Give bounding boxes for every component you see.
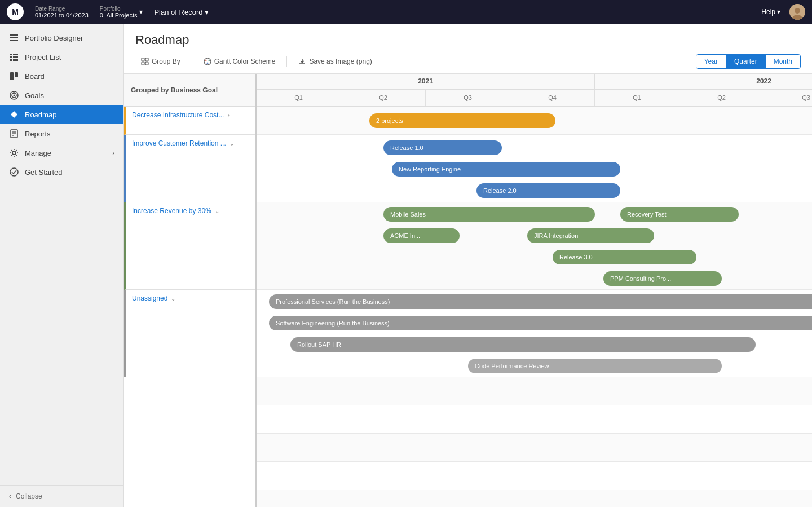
timeline-quarters: Q1 Q2 Q3 Q4 Q1 Q2 Q3 Q4 Q1: [257, 90, 812, 106]
group-label-improve-retention: Improve Customer Retention ...: [132, 139, 226, 147]
svg-rect-10: [10, 59, 12, 61]
doc-icon: [9, 129, 19, 139]
gantt-color-button[interactable]: Gantt Color Scheme: [198, 55, 281, 68]
sidebar-item-manage[interactable]: Manage ›: [0, 143, 123, 162]
bar-release-1[interactable]: Release 1.0: [383, 140, 502, 155]
sidebar-item-reports[interactable]: Reports: [0, 124, 123, 143]
toolbar: Group By Gantt Color Scheme Save as Imag…: [124, 54, 812, 74]
collapse-button[interactable]: ‹ Collapse: [0, 485, 123, 507]
sidebar-item-get-started[interactable]: Get Started: [0, 162, 123, 182]
main-layout: Portfolio Designer Project List Board Go…: [0, 24, 812, 507]
help-chevron: ▾: [777, 8, 780, 16]
svg-rect-9: [13, 56, 18, 58]
view-year-button[interactable]: Year: [696, 55, 726, 68]
gantt-row-empty-3: [257, 434, 812, 462]
group-title-unassigned[interactable]: Unassigned ⌄: [132, 294, 250, 302]
gantt-row-unassigned: Professional Services (Run the Business)…: [257, 290, 812, 377]
bar-recovery-test[interactable]: Recovery Test: [620, 207, 739, 222]
group-content-increase-revenue: Increase Revenue by 30% ⌄: [126, 202, 255, 219]
save-image-button[interactable]: Save as Image (png): [293, 55, 377, 68]
sidebar-item-portfolio-designer[interactable]: Portfolio Designer: [0, 28, 123, 47]
svg-rect-5: [10, 40, 18, 41]
plan-selector[interactable]: Plan of Record ▾: [154, 8, 209, 16]
group-title-increase-revenue[interactable]: Increase Revenue by 30% ⌄: [132, 207, 250, 215]
bar-jira[interactable]: JIRA Integration: [527, 228, 654, 243]
bar-software-engineering[interactable]: Software Engineering (Run the Business): [269, 316, 812, 330]
sidebar-label-board: Board: [25, 72, 45, 81]
group-label-unassigned: Unassigned: [132, 294, 167, 302]
gantt-row-improve-retention: Release 1.0 New Reporting Engine Release…: [257, 135, 812, 202]
bar-acme[interactable]: ACME In...: [383, 228, 460, 243]
plan-chevron: ▾: [205, 8, 209, 16]
group-label-decrease-infra: Decrease Infrastructure Cost...: [132, 111, 224, 119]
svg-point-16: [14, 95, 15, 96]
sidebar-label-get-started: Get Started: [25, 168, 62, 177]
gantt-group-header: Grouped by Business Goal: [124, 74, 255, 107]
group-title-improve-retention[interactable]: Improve Customer Retention ... ⌄: [132, 139, 250, 147]
app-logo[interactable]: M: [7, 3, 24, 20]
group-by-button[interactable]: Group By: [135, 55, 186, 68]
gantt-row-empty-2: [257, 405, 812, 434]
portfolio-selector[interactable]: Portfolio 0. All Projects ▾: [100, 6, 143, 19]
toolbar-sep-2: [286, 56, 287, 67]
sidebar-item-roadmap[interactable]: Roadmap: [0, 105, 123, 124]
svg-rect-25: [145, 58, 148, 61]
view-quarter-button[interactable]: Quarter: [726, 55, 766, 68]
bar-2-projects[interactable]: 2 projects: [369, 113, 555, 128]
gantt-area: Grouped by Business Goal Decrease Infras…: [124, 74, 812, 507]
group-content-unassigned: Unassigned ⌄: [126, 290, 255, 307]
toolbar-right: Year Quarter Month: [696, 54, 801, 69]
group-content-improve-retention: Improve Customer Retention ... ⌄: [126, 135, 255, 152]
date-range-section: Date Range 01/2021 to 04/2023: [35, 6, 89, 19]
svg-point-30: [208, 60, 210, 61]
timeline-year-2022: 2022: [595, 74, 812, 89]
toolbar-sep-1: [192, 56, 192, 67]
gantt-row-empty-5: [257, 490, 812, 507]
svg-point-1: [795, 8, 800, 14]
sidebar-item-board[interactable]: Board: [0, 67, 123, 86]
gantt-timeline-header: 2021 2022 Q1 Q2 Q3: [257, 74, 812, 107]
bar-mobile-sales[interactable]: Mobile Sales: [383, 207, 595, 222]
tq-3: Q3: [426, 90, 510, 106]
help-button[interactable]: Help ▾: [761, 8, 780, 16]
group-by-icon: [141, 58, 149, 65]
sidebar-label-roadmap: Roadmap: [25, 111, 56, 119]
portfolio-chevron: ▾: [139, 8, 143, 16]
page-title: Roadmap: [135, 33, 801, 47]
bar-release-2[interactable]: Release 2.0: [476, 183, 620, 198]
svg-rect-11: [13, 59, 18, 61]
sidebar-label-portfolio-designer: Portfolio Designer: [25, 34, 83, 42]
bar-release-3[interactable]: Release 3.0: [553, 250, 696, 264]
gantt-right-panel[interactable]: 2021 2022 Q1 Q2 Q3: [257, 74, 812, 507]
svg-rect-8: [10, 56, 12, 58]
bar-code-performance[interactable]: Code Performance Review: [468, 359, 722, 373]
user-avatar[interactable]: [789, 4, 805, 20]
tq-6: Q2: [679, 90, 764, 106]
svg-rect-24: [142, 58, 144, 61]
tq-2: Q2: [341, 90, 426, 106]
bar-rollout-sap[interactable]: Rollout SAP HR: [290, 337, 756, 352]
bar-professional-services[interactable]: Professional Services (Run the Business): [269, 294, 812, 309]
group-label-increase-revenue: Increase Revenue by 30%: [132, 207, 211, 215]
group-row-improve-retention: Improve Customer Retention ... ⌄: [124, 135, 255, 202]
topbar-right: Help ▾: [761, 4, 805, 20]
sidebar-item-project-list[interactable]: Project List: [0, 47, 123, 67]
list-icon: [9, 52, 19, 62]
sidebar-nav: Portfolio Designer Project List Board Go…: [0, 24, 123, 485]
bar-ppm[interactable]: PPM Consulting Pro...: [603, 271, 722, 286]
view-month-button[interactable]: Month: [766, 55, 800, 68]
bar-new-reporting[interactable]: New Reporting Engine: [392, 162, 620, 177]
sidebar-label-goals: Goals: [25, 91, 44, 100]
sidebar: Portfolio Designer Project List Board Go…: [0, 24, 124, 507]
tq-5: Q1: [595, 90, 679, 106]
group-title-decrease-infra[interactable]: Decrease Infrastructure Cost... ›: [132, 111, 250, 119]
plan-label: Plan of Record: [154, 8, 202, 16]
timeline-years: 2021 2022: [257, 74, 812, 90]
sidebar-label-manage: Manage: [25, 149, 51, 157]
diamond-icon: [9, 109, 19, 120]
tq-4: Q4: [510, 90, 595, 106]
board-icon: [9, 71, 19, 81]
sidebar-item-goals[interactable]: Goals: [0, 86, 123, 105]
portfolio-label: Portfolio: [100, 6, 138, 12]
date-range-value: 01/2021 to 04/2023: [35, 12, 89, 19]
